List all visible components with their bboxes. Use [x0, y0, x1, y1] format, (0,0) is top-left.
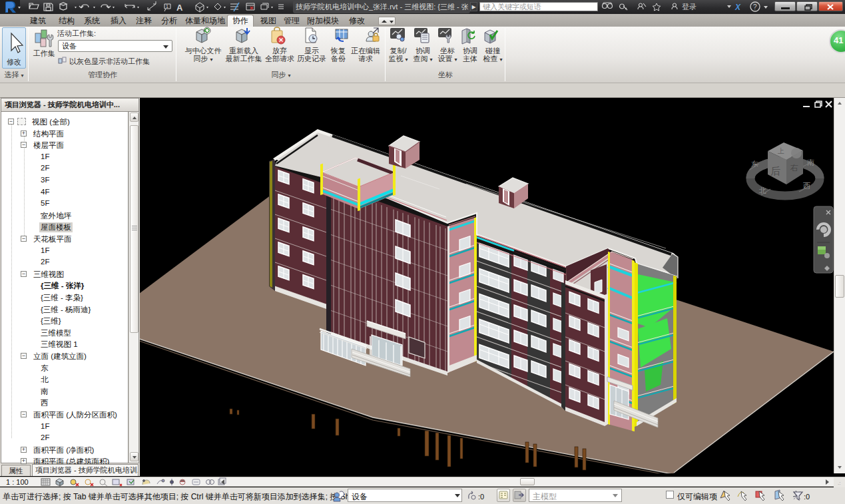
svg-text:A: A [176, 3, 183, 13]
svg-text:右: 右 [790, 163, 798, 172]
svg-text:?: ? [753, 3, 757, 11]
svg-text:X: X [734, 3, 741, 12]
svg-text:上: 上 [777, 147, 784, 154]
svg-text::0: :0 [478, 493, 484, 501]
svg-text:后: 后 [770, 165, 780, 176]
svg-text:1: 1 [166, 4, 168, 9]
svg-text::0: :0 [804, 493, 810, 501]
svg-text:登录: 登录 [682, 3, 697, 11]
svg-text:北: 北 [758, 186, 766, 194]
